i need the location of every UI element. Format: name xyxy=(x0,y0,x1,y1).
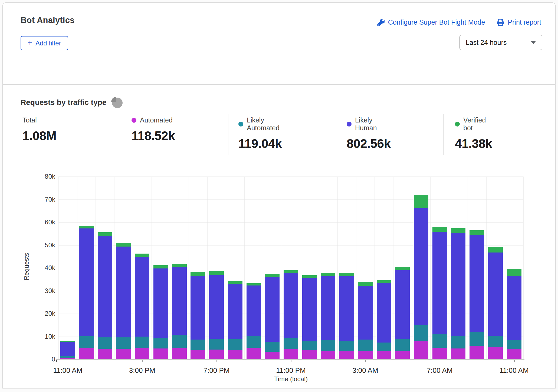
bar-segment-automated[interactable] xyxy=(284,349,298,359)
bar-group-hour-20[interactable] xyxy=(432,227,447,359)
bar-group-hour-11[interactable] xyxy=(265,274,280,359)
add-filter-button[interactable]: + Add filter xyxy=(21,36,68,50)
bar-segment-automated[interactable] xyxy=(395,351,410,359)
bar-segment-automated[interactable] xyxy=(79,348,94,359)
bar-segment-verified-bot[interactable] xyxy=(98,232,112,236)
bar-segment-likely-automated[interactable] xyxy=(284,338,298,349)
bar-group-hour-2[interactable] xyxy=(98,232,112,359)
bar-group-hour-17[interactable] xyxy=(377,280,391,359)
bar-segment-likely-automated[interactable] xyxy=(265,342,280,352)
bar-segment-likely-human[interactable] xyxy=(98,236,112,337)
bar-segment-likely-automated[interactable] xyxy=(247,336,261,348)
bar-segment-verified-bot[interactable] xyxy=(470,230,484,235)
bar-segment-likely-human[interactable] xyxy=(284,273,298,338)
bar-segment-verified-bot[interactable] xyxy=(153,265,168,268)
bar-segment-likely-automated[interactable] xyxy=(153,338,168,349)
bar-segment-likely-human[interactable] xyxy=(358,286,373,340)
bar-segment-likely-automated[interactable] xyxy=(228,339,242,350)
bar-segment-verified-bot[interactable] xyxy=(507,269,521,276)
bar-segment-verified-bot[interactable] xyxy=(228,281,242,284)
bar-segment-likely-automated[interactable] xyxy=(377,343,391,351)
bar-segment-automated[interactable] xyxy=(228,350,242,359)
bar-segment-likely-automated[interactable] xyxy=(432,334,447,348)
bar-segment-automated[interactable] xyxy=(358,351,373,359)
bar-group-hour-23[interactable] xyxy=(488,247,503,359)
bar-segment-verified-bot[interactable] xyxy=(451,228,465,233)
bar-group-hour-5[interactable] xyxy=(153,265,168,359)
bar-group-hour-22[interactable] xyxy=(470,230,484,359)
bar-segment-likely-automated[interactable] xyxy=(321,340,335,351)
bar-group-hour-10[interactable] xyxy=(247,283,261,359)
bar-segment-likely-human[interactable] xyxy=(191,276,205,340)
bar-segment-verified-bot[interactable] xyxy=(358,282,373,286)
bar-segment-likely-automated[interactable] xyxy=(339,341,354,351)
bar-segment-likely-automated[interactable] xyxy=(60,356,75,358)
bar-segment-verified-bot[interactable] xyxy=(135,254,149,257)
bar-group-hour-7[interactable] xyxy=(191,272,205,359)
bar-segment-automated[interactable] xyxy=(507,349,521,359)
bar-segment-automated[interactable] xyxy=(339,351,354,359)
bar-segment-likely-automated[interactable] xyxy=(172,335,187,348)
bar-segment-likely-human[interactable] xyxy=(470,235,484,332)
print-report-link[interactable]: Print report xyxy=(497,18,541,26)
bar-segment-verified-bot[interactable] xyxy=(172,264,187,268)
bar-group-hour-6[interactable] xyxy=(172,264,187,359)
bar-segment-automated[interactable] xyxy=(321,351,335,359)
bar-segment-verified-bot[interactable] xyxy=(321,273,335,276)
bar-segment-automated[interactable] xyxy=(209,350,224,359)
bar-group-hour-4[interactable] xyxy=(135,254,149,359)
bar-group-hour-3[interactable] xyxy=(116,243,131,359)
bar-segment-likely-automated[interactable] xyxy=(135,337,149,348)
bar-segment-verified-bot[interactable] xyxy=(302,275,317,278)
stat-likely-human[interactable]: Likely Human 802.56k xyxy=(347,116,391,151)
bar-segment-verified-bot[interactable] xyxy=(414,195,428,208)
bar-group-hour-15[interactable] xyxy=(339,273,354,359)
bar-segment-verified-bot[interactable] xyxy=(395,267,410,270)
bar-segment-likely-automated[interactable] xyxy=(488,336,503,347)
bar-segment-verified-bot[interactable] xyxy=(377,280,391,283)
bar-group-hour-18[interactable] xyxy=(395,267,410,359)
bar-segment-likely-human[interactable] xyxy=(488,253,503,336)
bar-segment-automated[interactable] xyxy=(191,350,205,359)
bar-group-hour-24[interactable] xyxy=(507,269,521,359)
stat-likely-automated[interactable]: Likely Automated 119.04k xyxy=(238,116,282,151)
bar-segment-likely-automated[interactable] xyxy=(451,336,465,348)
bar-segment-automated[interactable] xyxy=(302,350,317,359)
bar-segment-likely-automated[interactable] xyxy=(79,336,94,348)
bar-segment-verified-bot[interactable] xyxy=(209,271,224,275)
bar-segment-likely-automated[interactable] xyxy=(209,339,224,350)
bar-segment-likely-automated[interactable] xyxy=(470,332,484,346)
bar-segment-verified-bot[interactable] xyxy=(432,227,447,232)
bar-segment-automated[interactable] xyxy=(172,348,187,359)
bar-segment-automated[interactable] xyxy=(432,348,447,359)
bar-segment-likely-human[interactable] xyxy=(339,276,354,340)
stat-automated[interactable]: Automated 118.52k xyxy=(132,116,175,143)
bar-group-hour-12[interactable] xyxy=(284,270,298,360)
bar-segment-likely-automated[interactable] xyxy=(191,340,205,350)
bar-segment-likely-human[interactable] xyxy=(432,232,447,334)
bar-segment-verified-bot[interactable] xyxy=(191,272,205,276)
configure-super-bot-fight-mode-link[interactable]: Configure Super Bot Fight Mode xyxy=(377,18,485,26)
bar-segment-verified-bot[interactable] xyxy=(339,273,354,276)
bar-segment-automated[interactable] xyxy=(470,346,484,359)
bar-segment-automated[interactable] xyxy=(414,341,428,359)
bar-segment-automated[interactable] xyxy=(135,348,149,359)
stat-verified-bot[interactable]: Verified bot 41.38k xyxy=(455,116,492,151)
bar-group-hour-19[interactable] xyxy=(414,195,428,359)
bar-group-hour-13[interactable] xyxy=(302,275,317,359)
time-range-select[interactable]: Last 24 hours xyxy=(459,35,542,50)
bar-group-hour-16[interactable] xyxy=(358,282,373,359)
bar-group-hour-8[interactable] xyxy=(209,271,224,359)
bar-group-hour-21[interactable] xyxy=(451,228,465,359)
bar-segment-likely-automated[interactable] xyxy=(395,339,410,351)
bar-segment-automated[interactable] xyxy=(153,348,168,359)
bar-segment-likely-human[interactable] xyxy=(247,285,261,336)
bar-segment-automated[interactable] xyxy=(451,348,465,359)
bar-segment-likely-human[interactable] xyxy=(302,278,317,341)
bar-segment-likely-human[interactable] xyxy=(377,283,391,343)
bar-segment-likely-automated[interactable] xyxy=(116,337,131,349)
bar-segment-verified-bot[interactable] xyxy=(284,270,298,273)
bar-group-hour-1[interactable] xyxy=(79,226,94,359)
bar-segment-verified-bot[interactable] xyxy=(488,247,503,253)
bar-group-hour-9[interactable] xyxy=(228,281,242,359)
